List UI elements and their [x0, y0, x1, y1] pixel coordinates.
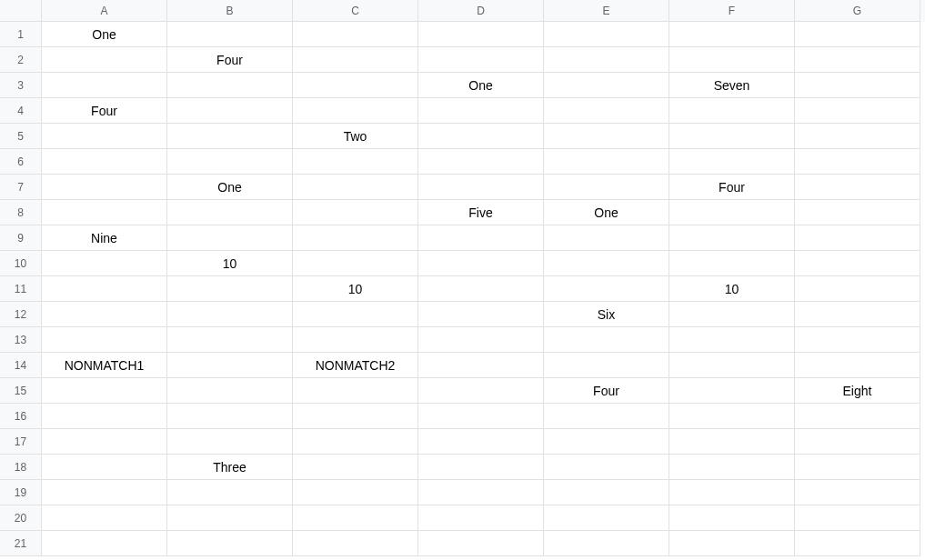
cell-A20[interactable]	[42, 505, 167, 531]
cell-D21[interactable]	[418, 531, 544, 556]
cell-E18[interactable]	[544, 455, 669, 480]
cell-D6[interactable]	[418, 149, 544, 175]
col-header-F[interactable]: F	[669, 0, 795, 22]
cell-G4[interactable]	[795, 98, 920, 124]
cell-E3[interactable]	[544, 73, 669, 98]
cell-D9[interactable]	[418, 225, 544, 251]
cell-B20[interactable]	[167, 505, 293, 531]
cell-A21[interactable]	[42, 531, 167, 556]
cell-D7[interactable]	[418, 175, 544, 200]
cell-C8[interactable]	[293, 200, 418, 225]
cell-C5[interactable]: Two	[293, 124, 418, 149]
cell-F10[interactable]	[669, 251, 795, 276]
cell-B14[interactable]	[167, 353, 293, 378]
cell-B12[interactable]	[167, 302, 293, 327]
corner-cell[interactable]	[0, 0, 42, 22]
cell-C12[interactable]	[293, 302, 418, 327]
cell-B10[interactable]: 10	[167, 251, 293, 276]
cell-F1[interactable]	[669, 22, 795, 47]
cell-B2[interactable]: Four	[167, 47, 293, 73]
cell-C7[interactable]	[293, 175, 418, 200]
col-header-D[interactable]: D	[418, 0, 544, 22]
cell-E15[interactable]: Four	[544, 378, 669, 404]
cell-B8[interactable]	[167, 200, 293, 225]
cell-B5[interactable]	[167, 124, 293, 149]
cell-G6[interactable]	[795, 149, 920, 175]
cell-F3[interactable]: Seven	[669, 73, 795, 98]
cell-F12[interactable]	[669, 302, 795, 327]
cell-G18[interactable]	[795, 455, 920, 480]
cell-A8[interactable]	[42, 200, 167, 225]
cell-E1[interactable]	[544, 22, 669, 47]
cell-F17[interactable]	[669, 429, 795, 455]
cell-G19[interactable]	[795, 480, 920, 505]
cell-D12[interactable]	[418, 302, 544, 327]
cell-E16[interactable]	[544, 404, 669, 429]
row-header-14[interactable]: 14	[0, 353, 42, 378]
row-header-6[interactable]: 6	[0, 149, 42, 175]
cell-D11[interactable]	[418, 276, 544, 302]
cell-C16[interactable]	[293, 404, 418, 429]
cell-D4[interactable]	[418, 98, 544, 124]
cell-G21[interactable]	[795, 531, 920, 556]
row-header-11[interactable]: 11	[0, 276, 42, 302]
cell-G9[interactable]	[795, 225, 920, 251]
row-header-8[interactable]: 8	[0, 200, 42, 225]
cell-C3[interactable]	[293, 73, 418, 98]
cell-C17[interactable]	[293, 429, 418, 455]
row-header-3[interactable]: 3	[0, 73, 42, 98]
cell-D20[interactable]	[418, 505, 544, 531]
cell-C20[interactable]	[293, 505, 418, 531]
cell-A17[interactable]	[42, 429, 167, 455]
col-header-B[interactable]: B	[167, 0, 293, 22]
cell-B7[interactable]: One	[167, 175, 293, 200]
cell-A9[interactable]: Nine	[42, 225, 167, 251]
cell-A14[interactable]: NONMATCH1	[42, 353, 167, 378]
cell-G7[interactable]	[795, 175, 920, 200]
row-header-9[interactable]: 9	[0, 225, 42, 251]
cell-B16[interactable]	[167, 404, 293, 429]
cell-F5[interactable]	[669, 124, 795, 149]
cell-D17[interactable]	[418, 429, 544, 455]
cell-A16[interactable]	[42, 404, 167, 429]
cell-G10[interactable]	[795, 251, 920, 276]
cell-G15[interactable]: Eight	[795, 378, 920, 404]
cell-E10[interactable]	[544, 251, 669, 276]
cell-D18[interactable]	[418, 455, 544, 480]
cell-F9[interactable]	[669, 225, 795, 251]
row-header-2[interactable]: 2	[0, 47, 42, 73]
cell-F20[interactable]	[669, 505, 795, 531]
cell-A2[interactable]	[42, 47, 167, 73]
cell-E19[interactable]	[544, 480, 669, 505]
row-header-10[interactable]: 10	[0, 251, 42, 276]
cell-A15[interactable]	[42, 378, 167, 404]
cell-B9[interactable]	[167, 225, 293, 251]
cell-D8[interactable]: Five	[418, 200, 544, 225]
cell-B6[interactable]	[167, 149, 293, 175]
row-header-20[interactable]: 20	[0, 505, 42, 531]
cell-G20[interactable]	[795, 505, 920, 531]
cell-B13[interactable]	[167, 327, 293, 353]
cell-F11[interactable]: 10	[669, 276, 795, 302]
cell-C2[interactable]	[293, 47, 418, 73]
row-header-16[interactable]: 16	[0, 404, 42, 429]
cell-C4[interactable]	[293, 98, 418, 124]
cell-G11[interactable]	[795, 276, 920, 302]
cell-E8[interactable]: One	[544, 200, 669, 225]
cell-B4[interactable]	[167, 98, 293, 124]
cell-C11[interactable]: 10	[293, 276, 418, 302]
cell-F2[interactable]	[669, 47, 795, 73]
cell-G17[interactable]	[795, 429, 920, 455]
cell-E2[interactable]	[544, 47, 669, 73]
cell-G8[interactable]	[795, 200, 920, 225]
cell-G12[interactable]	[795, 302, 920, 327]
cell-F19[interactable]	[669, 480, 795, 505]
cell-D2[interactable]	[418, 47, 544, 73]
cell-F4[interactable]	[669, 98, 795, 124]
cell-D14[interactable]	[418, 353, 544, 378]
cell-C13[interactable]	[293, 327, 418, 353]
col-header-E[interactable]: E	[544, 0, 669, 22]
row-header-7[interactable]: 7	[0, 175, 42, 200]
cell-C21[interactable]	[293, 531, 418, 556]
cell-E14[interactable]	[544, 353, 669, 378]
